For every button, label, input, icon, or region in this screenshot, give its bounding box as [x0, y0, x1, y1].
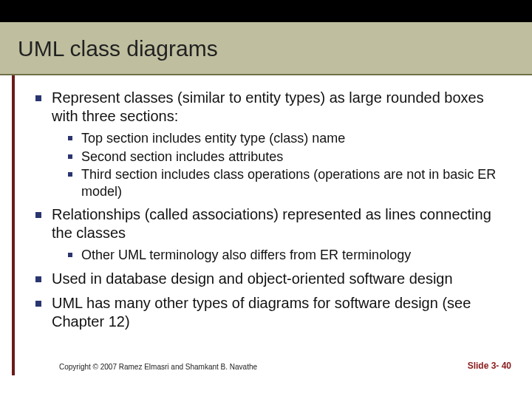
list-item: Relationships (called associations) repr… — [31, 205, 511, 264]
top-bar — [0, 0, 532, 22]
list-item: UML has many other types of diagrams for… — [31, 294, 511, 331]
main-content: Represent classes (similar to entity typ… — [15, 75, 532, 375]
content-wrap: Represent classes (similar to entity typ… — [0, 75, 532, 375]
header-band: UML class diagrams — [0, 22, 532, 75]
sub-list: Top section includes entity type (class)… — [52, 130, 511, 200]
sub-list: Other UML terminology also differs from … — [52, 247, 511, 264]
slide-number: Slide 3- 40 — [468, 361, 511, 371]
slide-title: UML class diagrams — [18, 36, 218, 61]
bullet-text: Represent classes (similar to entity typ… — [52, 89, 484, 124]
left-margin — [0, 75, 12, 375]
bullet-list: Represent classes (similar to entity typ… — [31, 89, 511, 331]
copyright-text: Copyright © 2007 Ramez Elmasri and Shamk… — [59, 363, 257, 371]
list-item: Used in database design and object-orien… — [31, 270, 511, 288]
list-item: Represent classes (similar to entity typ… — [31, 89, 511, 200]
sub-list-item: Other UML terminology also differs from … — [52, 247, 511, 264]
bullet-text: Relationships (called associations) repr… — [52, 206, 491, 241]
sub-list-item: Second section includes attributes — [52, 149, 511, 166]
sub-list-item: Third section includes class operations … — [52, 166, 511, 200]
sub-list-item: Top section includes entity type (class)… — [52, 130, 511, 147]
footer: Copyright © 2007 Ramez Elmasri and Shamk… — [15, 361, 532, 371]
